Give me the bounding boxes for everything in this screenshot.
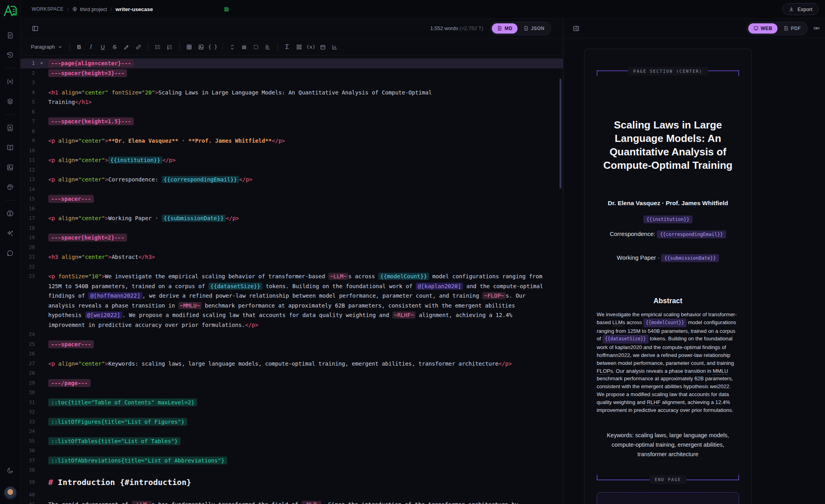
- sidebar-item-documents[interactable]: [3, 28, 17, 42]
- underline-button[interactable]: U: [97, 42, 109, 53]
- email-variable-chip[interactable]: {{correspondingEmail}}: [657, 230, 726, 238]
- spacer-button[interactable]: [226, 42, 238, 53]
- editor-scrollbar[interactable]: [559, 79, 561, 189]
- code-line[interactable]: 17<p align="center">Working Paper · {{su…: [21, 213, 563, 223]
- qr-button[interactable]: [293, 42, 305, 53]
- sidebar-item-assistant[interactable]: [3, 226, 17, 240]
- date-variable-chip[interactable]: {{submissionDate}}: [661, 254, 719, 262]
- user-avatar[interactable]: [4, 487, 17, 499]
- code-line[interactable]: 22: [21, 262, 563, 272]
- code-line[interactable]: 38: [21, 465, 563, 475]
- page-break-button[interactable]: [250, 42, 262, 53]
- breadcrumb-file[interactable]: writer-usecase: [116, 6, 153, 12]
- code-line[interactable]: 8: [21, 126, 563, 136]
- app-logo[interactable]: [3, 4, 17, 18]
- sidebar-item-ai[interactable]: [3, 206, 17, 221]
- code-line[interactable]: 7---spacer{height=1.5}---: [21, 117, 563, 126]
- sidebar-item-theme[interactable]: [3, 180, 17, 194]
- highlight-button[interactable]: [121, 42, 133, 53]
- code-block-button[interactable]: { }: [207, 42, 219, 53]
- code-line[interactable]: 5Training</h1>: [21, 97, 563, 107]
- toggle-preview-panel[interactable]: [573, 25, 580, 32]
- code-line[interactable]: 31::toc{title="Table of Contents" maxLev…: [21, 398, 563, 408]
- code-line[interactable]: 18: [21, 223, 563, 233]
- preview-pane: WEB PDF: [563, 19, 825, 504]
- sidebar-item-variables[interactable]: [3, 74, 17, 89]
- code-line[interactable]: 35::listOfTables{title="List of Tables"}: [21, 436, 563, 446]
- code-line[interactable]: 30: [21, 388, 563, 398]
- code-line[interactable]: 24: [21, 330, 563, 340]
- code-line[interactable]: 32: [21, 407, 563, 417]
- preview-scroll-area[interactable]: PAGE SECTION (CENTER) Scaling Laws in La…: [563, 38, 825, 504]
- toc-placeholder[interactable]: Table of Contents Headings h1-h2 will be…: [597, 492, 739, 504]
- line-number: 37: [21, 456, 35, 466]
- toggle-left-panel[interactable]: [32, 25, 39, 32]
- code-line[interactable]: 11<p align="center">{{institution}}</p>: [21, 155, 563, 165]
- insert-image-button[interactable]: [195, 42, 207, 53]
- code-line[interactable]: 2---spacer{height=3}---: [21, 68, 563, 78]
- sidebar-item-history[interactable]: [3, 48, 17, 62]
- export-button[interactable]: Export: [782, 3, 819, 15]
- code-line[interactable]: 14: [21, 185, 563, 194]
- table-button[interactable]: [183, 42, 195, 53]
- code-line[interactable]: 1+---page{align=center}---: [21, 59, 563, 68]
- code-line[interactable]: 12: [21, 165, 563, 175]
- breadcrumb-project[interactable]: third project: [72, 6, 107, 12]
- code-line[interactable]: 13<p align="center">Correspondence: {{co…: [21, 175, 563, 185]
- code-line[interactable]: 36: [21, 446, 563, 456]
- tab-json[interactable]: JSON: [518, 23, 550, 34]
- chart-button[interactable]: [329, 42, 341, 53]
- date-button[interactable]: [317, 42, 329, 53]
- code-line[interactable]: 34: [21, 427, 563, 436]
- code-line[interactable]: 6: [21, 107, 563, 117]
- sidebar-item-layers[interactable]: [3, 94, 17, 108]
- sidebar-item-media[interactable]: [3, 160, 17, 174]
- code-line[interactable]: 28: [21, 368, 563, 378]
- columns-button[interactable]: [238, 42, 250, 53]
- code-line[interactable]: 33::listOfFigures{title="List of Figures…: [21, 417, 563, 427]
- strikethrough-button[interactable]: S: [109, 42, 121, 53]
- bullet-list-button[interactable]: [152, 42, 164, 53]
- italic-button[interactable]: I: [85, 42, 97, 53]
- code-line[interactable]: 29---/page---: [21, 378, 563, 388]
- line-number: 22: [21, 262, 35, 272]
- code-line[interactable]: 3: [21, 78, 563, 88]
- code-line[interactable]: 27<p align="center">Keywords: scaling la…: [21, 359, 563, 369]
- tab-md[interactable]: MD: [492, 23, 517, 34]
- code-line[interactable]: 4<h1 align="center" fontSize="20">Scalin…: [21, 88, 563, 98]
- code-line[interactable]: 19---spacer{height=2}---: [21, 233, 563, 243]
- variable-button[interactable]: (x): [305, 42, 317, 53]
- tab-pdf[interactable]: PDF: [778, 23, 806, 34]
- code-line[interactable]: 23<p fontSize="10">We investigate the em…: [21, 272, 563, 330]
- code-line[interactable]: 21<h3 align="center">Abstract</h3>: [21, 252, 563, 262]
- code-line[interactable]: 9<p align="center">**Dr. Elena Vasquez**…: [21, 136, 563, 146]
- code-line[interactable]: 20: [21, 243, 563, 253]
- math-button[interactable]: Σ: [281, 42, 293, 53]
- code-line[interactable]: 40: [21, 490, 563, 500]
- code-line[interactable]: 15---spacer---: [21, 194, 563, 204]
- breadcrumb-workspace[interactable]: WORKSPACE: [32, 6, 64, 12]
- code-line[interactable]: 16: [21, 204, 563, 214]
- share-link-button[interactable]: [813, 25, 820, 32]
- tab-web[interactable]: WEB: [748, 23, 778, 34]
- code-area[interactable]: 1+---page{align=center}---2---spacer{hei…: [21, 56, 563, 504]
- institution-variable-chip[interactable]: {{institution}}: [643, 215, 692, 223]
- theme-toggle[interactable]: [3, 463, 17, 478]
- sidebar-item-bibliography[interactable]: [3, 140, 17, 155]
- link-button[interactable]: [133, 42, 144, 53]
- code-line[interactable]: 10: [21, 146, 563, 156]
- ordered-list-button[interactable]: [164, 42, 176, 53]
- code-line[interactable]: 41The rapid advancement of ~LLM~s has fu…: [21, 500, 563, 504]
- breadcrumb-separator: /: [67, 6, 69, 12]
- code-line[interactable]: 39# Introduction {#introduction}: [21, 475, 563, 490]
- line-number: 8: [21, 126, 35, 136]
- paragraph-style-dropdown[interactable]: Paragraph: [28, 44, 66, 50]
- toc-button[interactable]: [262, 42, 274, 53]
- code-line[interactable]: 37::listOfAbbreviations{title="List of A…: [21, 456, 563, 466]
- book-open-icon: [6, 144, 14, 151]
- code-line[interactable]: 25---spacer---: [21, 340, 563, 349]
- bold-button[interactable]: B: [73, 42, 85, 53]
- sidebar-item-cover-page[interactable]: [3, 121, 17, 135]
- sidebar-item-comments[interactable]: [3, 246, 17, 260]
- code-line[interactable]: 26: [21, 349, 563, 359]
